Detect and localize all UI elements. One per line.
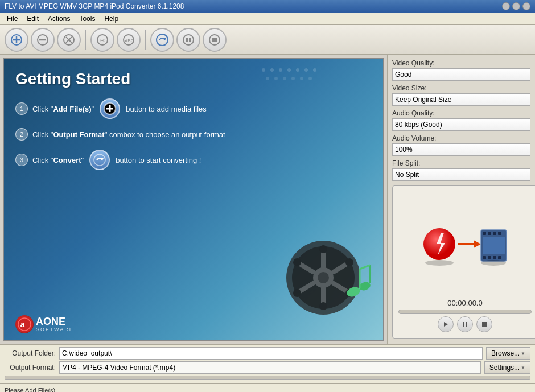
settings-label: Settings... [489, 364, 520, 372]
aone-logo: a AONE SOFTWARE [15, 315, 74, 333]
svg-point-19 [262, 68, 265, 72]
browse-button[interactable]: Browse... ▼ [486, 347, 530, 360]
svg-rect-71 [483, 256, 486, 259]
svg-rect-81 [482, 322, 487, 327]
output-format-input[interactable] [59, 361, 481, 374]
step-1-text: Click "Add File(s)" [32, 105, 94, 113]
video-quality-section: Video Quality: Good Normal Better Best [392, 59, 530, 81]
svg-rect-72 [488, 256, 491, 259]
svg-line-57 [360, 265, 370, 269]
svg-point-14 [183, 35, 194, 45]
settings-button[interactable]: Settings... ▼ [484, 361, 530, 374]
svg-point-52 [345, 258, 353, 266]
svg-point-30 [300, 77, 303, 80]
film-reel-graphic [281, 226, 372, 317]
svg-point-25 [313, 68, 316, 72]
menu-help[interactable]: Help [100, 14, 123, 24]
step-2: 2 Click "Output Format" combox to choose… [4, 123, 383, 145]
menu-bar: File Edit Actions Tools Help [0, 13, 535, 25]
preview-play-button[interactable] [438, 316, 454, 332]
menu-file[interactable]: File [2, 14, 22, 24]
svg-rect-79 [463, 322, 464, 327]
file-split-label: File Split: [392, 159, 530, 167]
svg-rect-69 [493, 232, 496, 235]
window-controls [502, 2, 530, 10]
browse-label: Browse... [491, 349, 520, 357]
maximize-button[interactable] [512, 2, 520, 10]
audio-volume-dropdown[interactable]: 100% 50% 75% 125% 150% [392, 143, 530, 156]
video-size-section: Video Size: Keep Original Size 320x240 6… [392, 84, 530, 106]
svg-point-40 [318, 272, 329, 283]
svg-point-22 [287, 68, 291, 72]
output-folder-row: Output Folder: Browse... ▼ [5, 347, 530, 360]
output-format-label: Output Format: [5, 364, 56, 372]
svg-point-48 [319, 302, 327, 310]
step-1: 1 Click "Add File(s)" button to add medi… [4, 94, 383, 123]
preview-controls [438, 316, 492, 332]
main-container: Getting Started 1 Click "Add File(s)" bu… [0, 55, 535, 344]
status-message: Please Add File(s) [5, 387, 55, 393]
step-1-text-after: button to add media files [126, 105, 207, 113]
add-files-icon [100, 98, 120, 119]
step-1-num: 1 [15, 102, 28, 115]
svg-point-35 [94, 154, 105, 166]
toolbar: ✂ ABC [0, 25, 535, 55]
preview-pause-button[interactable] [457, 316, 473, 332]
output-folder-label: Output Folder: [5, 349, 56, 357]
close-button[interactable] [57, 28, 81, 52]
output-format-row: Output Format: Settings... ▼ [5, 361, 530, 374]
aone-name: AONE [36, 316, 74, 327]
remove-button[interactable] [31, 28, 55, 52]
svg-point-21 [279, 68, 282, 72]
menu-tools[interactable]: Tools [75, 14, 100, 24]
svg-marker-64 [474, 240, 481, 248]
status-bar: Please Add File(s) [0, 383, 535, 392]
svg-point-76 [425, 260, 454, 266]
video-quality-label: Video Quality: [392, 59, 530, 67]
svg-rect-16 [189, 38, 191, 42]
pause-button[interactable] [176, 28, 200, 52]
audio-volume-section: Audio Volume: 100% 50% 75% 125% 150% [392, 134, 530, 156]
logo-icon: a [15, 315, 34, 333]
svg-rect-15 [186, 38, 188, 42]
stop-button[interactable] [203, 28, 227, 52]
svg-rect-67 [483, 232, 486, 235]
settings-arrow-icon: ▼ [521, 365, 525, 370]
file-split-dropdown[interactable]: No Split By Size By Time [392, 168, 530, 181]
svg-rect-73 [493, 256, 496, 259]
file-split-row: No Split By Size By Time [392, 168, 530, 181]
svg-point-26 [266, 77, 269, 80]
file-split-section: File Split: No Split By Size By Time [392, 159, 530, 181]
menu-edit[interactable]: Edit [22, 14, 43, 24]
cut-button[interactable]: ✂ [90, 28, 114, 52]
video-quality-dropdown[interactable]: Good Normal Better Best [392, 68, 530, 81]
abc-button[interactable]: ABC [117, 28, 141, 52]
svg-marker-78 [444, 322, 448, 327]
preview-stop-button[interactable] [476, 316, 492, 332]
bottom-bar: Output Folder: Browse... ▼ Output Format… [0, 344, 535, 383]
svg-point-23 [296, 68, 299, 72]
toolbar-separator-1 [85, 30, 86, 50]
preview-canvas [398, 192, 532, 296]
audio-quality-section: Audio Quality: 80 kbps (Good) 128 kbps (… [392, 109, 530, 131]
output-folder-input[interactable] [59, 347, 483, 360]
step-3-text-after: button to start converting ! [116, 156, 201, 164]
svg-point-20 [270, 68, 274, 72]
menu-actions[interactable]: Actions [43, 14, 75, 24]
getting-started-panel: Getting Started 1 Click "Add File(s)" bu… [3, 58, 384, 341]
close-window-button[interactable] [522, 2, 530, 10]
audio-quality-dropdown[interactable]: 80 kbps (Good) 128 kbps (Better) 192 kbp… [392, 118, 530, 131]
svg-point-49 [293, 258, 301, 266]
minimize-button[interactable] [502, 2, 510, 10]
svg-rect-80 [466, 322, 467, 327]
svg-point-77 [481, 260, 506, 266]
convert-button[interactable] [150, 28, 174, 52]
video-quality-row: Good Normal Better Best [392, 68, 530, 81]
step-3-text: Click "Convert" [32, 156, 84, 164]
video-size-dropdown[interactable]: Keep Original Size 320x240 640x480 1280x… [392, 93, 530, 106]
toolbar-separator-2 [145, 30, 146, 50]
preview-progress-bar[interactable] [398, 310, 532, 314]
svg-rect-70 [498, 232, 501, 235]
svg-point-24 [304, 68, 308, 72]
add-files-button[interactable] [5, 28, 28, 52]
